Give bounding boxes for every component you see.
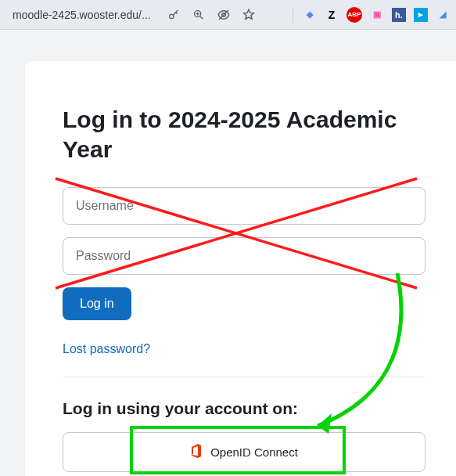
divider — [63, 377, 425, 377]
key-icon[interactable] — [167, 8, 181, 22]
browser-omnibar: moodle-2425.wooster.edu/... ◆ Z ABP — [0, 0, 456, 30]
extension-icon-7[interactable]: ◢ — [436, 8, 450, 22]
login-form-area — [63, 187, 425, 287]
openid-label: OpenID Connect — [210, 445, 298, 459]
username-field[interactable] — [63, 187, 425, 225]
star-icon[interactable] — [242, 8, 256, 22]
url-text[interactable]: moodle-2425.wooster.edu/... — [6, 5, 157, 24]
openid-connect-button[interactable]: OpenID Connect — [63, 432, 425, 472]
svg-point-0 — [169, 14, 173, 18]
office-icon — [190, 444, 203, 460]
extension-icons: ◆ Z ABP ▣ h. ▸ ◢ — [293, 7, 450, 23]
extension-icon-4[interactable]: ▣ — [370, 8, 384, 22]
eye-off-icon[interactable] — [217, 8, 231, 22]
zoom-icon[interactable] — [192, 8, 206, 22]
login-button[interactable]: Log in — [63, 287, 131, 320]
lost-password-link[interactable]: Lost password? — [63, 342, 150, 356]
omnibar-icons — [167, 8, 256, 22]
page-body: Log in to 2024-2025 Academic Year Log in… — [0, 30, 456, 476]
page-title: Log in to 2024-2025 Academic Year — [63, 105, 425, 164]
extension-icon-5[interactable]: h. — [392, 8, 406, 22]
sso-heading: Log in using your account on: — [63, 399, 425, 418]
zotero-icon[interactable]: Z — [325, 8, 339, 22]
login-card: Log in to 2024-2025 Academic Year Log in… — [25, 61, 456, 476]
password-field[interactable] — [63, 237, 425, 275]
extension-icon-6[interactable]: ▸ — [414, 8, 428, 22]
abp-icon[interactable]: ABP — [346, 7, 362, 23]
extension-icon-1[interactable]: ◆ — [303, 8, 317, 22]
